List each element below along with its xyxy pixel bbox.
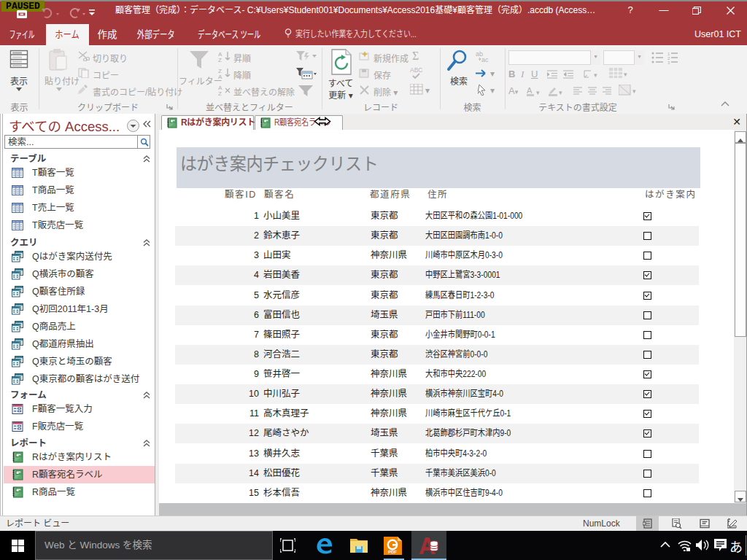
svg-text:ABC: ABC xyxy=(410,66,422,74)
svg-text:Z: Z xyxy=(218,57,222,62)
svg-text:▾: ▾ xyxy=(536,89,540,96)
svg-text:A: A xyxy=(218,74,222,79)
svg-text:▾: ▾ xyxy=(624,71,627,78)
svg-text:▾: ▾ xyxy=(632,88,636,95)
svg-text:3: 3 xyxy=(667,61,670,64)
svg-text:PDF: PDF xyxy=(388,550,397,554)
svg-text:▾: ▾ xyxy=(559,89,562,96)
svg-text:A: A xyxy=(527,86,533,95)
svg-text:Z: Z xyxy=(218,90,222,96)
svg-text:ac: ac xyxy=(481,56,489,62)
svg-text:▾: ▾ xyxy=(594,71,597,79)
